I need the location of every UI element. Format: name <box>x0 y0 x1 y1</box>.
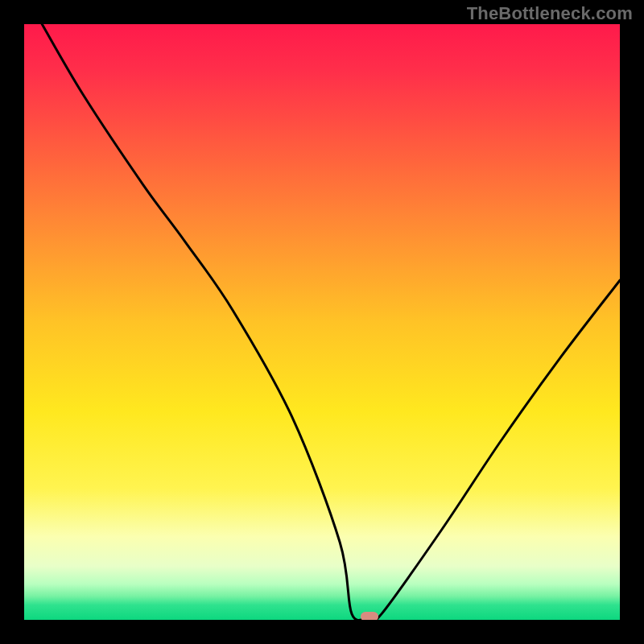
plot-area <box>24 24 620 620</box>
bottleneck-curve-line <box>42 24 620 620</box>
bottleneck-chart <box>24 24 620 620</box>
chart-frame: TheBottleneck.com <box>0 0 644 644</box>
watermark-text: TheBottleneck.com <box>467 3 633 24</box>
bottleneck-marker <box>361 612 378 620</box>
